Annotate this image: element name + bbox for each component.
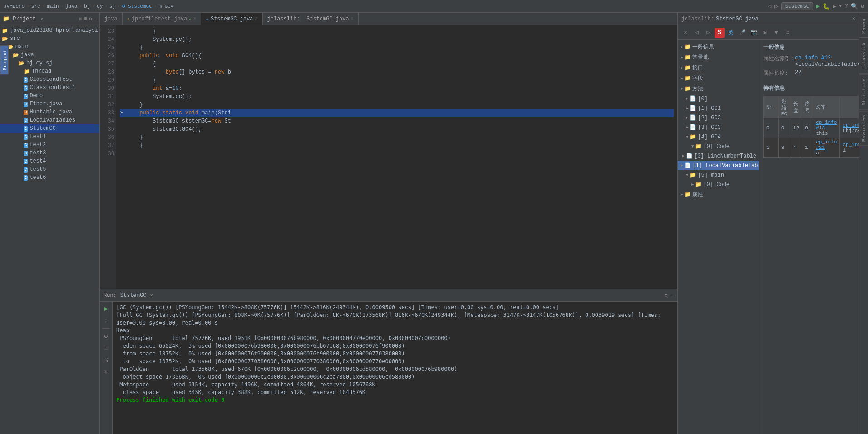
jc-forward-btn[interactable]: ▷ bbox=[703, 28, 713, 38]
tree-item-main[interactable]: 📂main bbox=[0, 43, 99, 51]
run-print-btn[interactable]: 🖨 bbox=[101, 355, 111, 365]
run-play-btn[interactable]: ▶ bbox=[101, 304, 111, 314]
tree-item-StstemGC[interactable]: CStstemGC bbox=[0, 124, 99, 133]
jc-tree-item-_0__Code[interactable]: ▼📁[0] Code bbox=[678, 142, 759, 151]
tree-item-src[interactable]: 📂src bbox=[0, 35, 99, 43]
tree-item-test6[interactable]: Ctest6 bbox=[0, 173, 99, 182]
tab-java[interactable]: java bbox=[100, 13, 123, 25]
attr-index-link[interactable]: cp info #12 bbox=[795, 55, 831, 61]
nav-back-icon[interactable]: ◁ bbox=[768, 2, 772, 10]
detail-attr-index: 属性名索引: cp info #12 <LocalVariableTable> bbox=[763, 55, 855, 68]
close-jclasslib-tab[interactable]: × bbox=[351, 16, 354, 21]
debug-icon[interactable]: 🐛 bbox=[823, 3, 830, 10]
tree-item-test2[interactable]: Ctest2 bbox=[0, 141, 99, 149]
tree-item-Huntable.java[interactable]: HHuntable.java bbox=[0, 108, 99, 116]
jc-tree-item-_1__LocalVariableTable[interactable]: ▶📄[1] LocalVariableTable bbox=[678, 161, 759, 170]
tree-item-bj.cy.sj[interactable]: 📂bj.cy.sj bbox=[0, 59, 99, 67]
run-close-btn[interactable]: × bbox=[101, 367, 111, 377]
jc-close-btn[interactable]: ✕ bbox=[681, 28, 690, 38]
tree-item-LocalVariables[interactable]: CLocalVariables bbox=[0, 116, 99, 124]
jc-tree-item-_2__GC2[interactable]: ▶📄[2] GC2 bbox=[678, 113, 759, 123]
jc-mic-btn[interactable]: 🎤 bbox=[737, 28, 747, 38]
project-dropdown[interactable]: ▾ bbox=[40, 16, 43, 22]
run-filter-btn[interactable]: ≡ bbox=[101, 343, 111, 353]
run-line-0: [GC (System.gc()) [PSYoungGen: 15442K->8… bbox=[116, 304, 674, 311]
scroll-icon[interactable]: ≡ bbox=[84, 16, 87, 22]
warning-icon: ⚠ bbox=[127, 16, 130, 22]
editor-content[interactable]: 23242526272829303132333435363738 } Syste… bbox=[100, 25, 677, 289]
coverage-icon[interactable]: ▶ bbox=[833, 3, 836, 10]
jc-tree-item-_4__GC4[interactable]: ▼📁[4] GC4 bbox=[678, 132, 759, 142]
tree-item-test3[interactable]: Ctest3 bbox=[0, 149, 99, 157]
name-link-0[interactable]: cp_info #13 bbox=[816, 120, 837, 131]
find-icon[interactable]: 🔍 bbox=[851, 3, 858, 10]
jc-tree-item-_0__Code[interactable]: ▶📁[0] Code bbox=[678, 180, 759, 189]
tree-item-Thread[interactable]: 📁Thread bbox=[0, 67, 99, 75]
line-number-25: 25 bbox=[100, 44, 114, 52]
run-tab-name[interactable]: StstemGC bbox=[120, 292, 147, 299]
more-run-icon[interactable]: ▾ bbox=[839, 3, 842, 9]
run-scroll-down-btn[interactable]: ↓ bbox=[101, 316, 111, 326]
jc-tree-item-接口[interactable]: ▶📁接口 bbox=[678, 63, 759, 73]
settings-project-icon[interactable]: ⚙ bbox=[89, 16, 92, 22]
tree-item-ClassLoadTest[interactable]: CClassLoadTest bbox=[0, 75, 99, 84]
detail-table: Nr. 起始PC 长度 序号 名字 0 0 12 0 cp_info #13th… bbox=[763, 96, 859, 158]
tree-item-test5[interactable]: Ctest5 bbox=[0, 165, 99, 173]
run-settings-icon[interactable]: ⚙ bbox=[665, 292, 668, 299]
tree-item-Demo[interactable]: CDemo bbox=[0, 92, 99, 100]
vtab-project[interactable]: Project bbox=[0, 45, 9, 74]
close-project-icon[interactable]: — bbox=[94, 16, 97, 22]
jc-camera-btn[interactable]: 📷 bbox=[749, 28, 759, 38]
code-area[interactable]: } System.gc(); } public void GC4(){ { by… bbox=[116, 25, 677, 289]
jc-table-btn[interactable]: ⊞ bbox=[760, 28, 770, 38]
jc-tree-item-属性[interactable]: ▶📁属性 bbox=[678, 189, 759, 200]
jc-tree-item-常量池[interactable]: ▶📁常量池 bbox=[678, 52, 759, 63]
vtab-favorites[interactable]: Favorites bbox=[859, 111, 868, 146]
help-icon[interactable]: ? bbox=[844, 3, 848, 10]
jc-tree-item-方法[interactable]: ▼📁方法 bbox=[678, 84, 759, 94]
close-jprofiletest[interactable]: × bbox=[193, 16, 196, 21]
jc-tree-item-_0__LineNumberTable[interactable]: ▶📄[0] LineNumberTable bbox=[678, 151, 759, 161]
tab-ststemc[interactable]: ☕ StstemGC.java × bbox=[201, 13, 262, 25]
tab-ststemc-label: StstemGC.java bbox=[211, 16, 253, 22]
line-number-29: 29 bbox=[100, 76, 114, 84]
tab-java-label: java bbox=[104, 16, 118, 22]
run-content[interactable]: [GC (System.gc()) [PSYoungGen: 15442K->8… bbox=[113, 302, 677, 434]
desc-link-1[interactable]: cp_info bbox=[843, 142, 859, 148]
settings-icon[interactable]: ⚙ bbox=[861, 3, 864, 10]
jclasslib-panel: jclasslib: StstemGC.java × ✕ ◁ ▷ S 英 🎤 📷… bbox=[677, 13, 859, 434]
vtab-maven[interactable]: Maven bbox=[859, 15, 868, 38]
run-minimize-icon[interactable]: — bbox=[671, 292, 674, 299]
jc-tree-item-_3__GC3[interactable]: ▶📄[3] GC3 bbox=[678, 123, 759, 132]
run-tab-close[interactable]: × bbox=[150, 293, 153, 298]
jclasslib-close-btn[interactable]: × bbox=[852, 16, 855, 22]
jc-tree-item-_1__GC1[interactable]: ▶📄[1] GC1 bbox=[678, 104, 759, 113]
nav-forward-icon[interactable]: ▷ bbox=[774, 2, 778, 10]
jc-apps-btn[interactable]: ⠿ bbox=[783, 28, 793, 38]
jc-tree-item-_0__<init>[interactable]: ▶📄[0] bbox=[678, 94, 759, 104]
jc-filter-btn[interactable]: ▼ bbox=[771, 28, 781, 38]
jc-translate-btn[interactable]: 英 bbox=[726, 28, 736, 38]
tree-item-ClassLoadtest1[interactable]: CClassLoadtest1 bbox=[0, 84, 99, 92]
jc-tree-item-字段[interactable]: ▶📁字段 bbox=[678, 73, 759, 84]
tree-item-test4[interactable]: Ctest4 bbox=[0, 157, 99, 165]
jc-tree-item-一般信息[interactable]: ▶📁一般信息 bbox=[678, 42, 759, 52]
tree-item-java_pid23188.hprof.analysis[interactable]: 📁java_pid23188.hprof.analysis bbox=[0, 26, 99, 35]
jc-tree-item-_5__main[interactable]: ▼📁[5] main bbox=[678, 170, 759, 180]
vtab-jclasslib-side[interactable]: jclasslib bbox=[859, 39, 868, 74]
tree-item-Fther.java[interactable]: JFther.java bbox=[0, 100, 99, 108]
tab-jclasslib[interactable]: jclasslib: StstemGC.java × bbox=[263, 13, 359, 25]
desc-link-0[interactable]: cp_info bbox=[843, 123, 859, 128]
run-settings-sidebar-btn[interactable]: ⚙ bbox=[101, 331, 111, 341]
jc-back-btn[interactable]: ◁ bbox=[692, 28, 702, 38]
name-link-1[interactable]: cp_info #21 bbox=[816, 139, 837, 150]
tree-item-test1[interactable]: Ctest1 bbox=[0, 133, 99, 141]
close-ststemc[interactable]: × bbox=[255, 16, 258, 21]
tree-item-java[interactable]: 📂java bbox=[0, 51, 99, 59]
tab-jprofiletest[interactable]: ⚠ jprofiletest.java ✓ × bbox=[123, 13, 202, 25]
jc-s-btn[interactable]: S bbox=[715, 28, 725, 38]
run-icon[interactable]: ▶ bbox=[816, 2, 819, 10]
vtab-structure[interactable]: Structure bbox=[859, 74, 868, 109]
collapse-all-icon[interactable]: ⊞ bbox=[79, 16, 83, 22]
run-config[interactable]: StstemGC bbox=[781, 2, 814, 10]
